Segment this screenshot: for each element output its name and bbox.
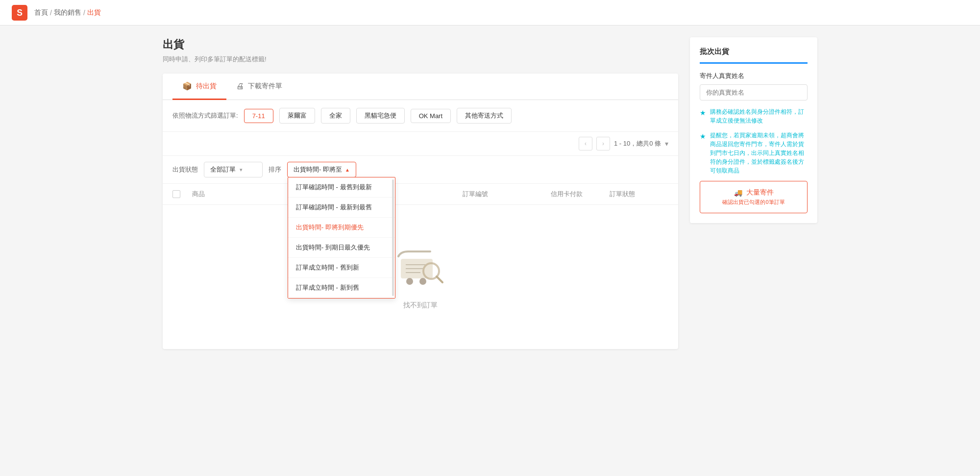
dropdown-scrollbar	[392, 179, 394, 296]
status-dropdown-value: 全部訂單	[210, 165, 236, 174]
filter-other[interactable]: 其他寄送方式	[457, 108, 512, 124]
notice-text-1: 購務必確認姓名與身分證件相符，訂單成立後便無法修改	[710, 107, 808, 125]
shopee-logo: S	[12, 5, 27, 21]
truck-icon: 🚚	[734, 189, 742, 197]
top-nav: S 首頁 / 我的銷售 / 出貨	[0, 0, 980, 25]
pagination-prev[interactable]: ‹	[579, 137, 592, 150]
filter-label: 依照物流方式篩選訂單:	[172, 111, 238, 120]
sender-name-label: 寄件人真實姓名	[700, 72, 808, 80]
main-card: 📦 待出貨 🖨 下載寄件單 依照物流方式篩選訂單: 7-11 萊爾富 全家 黑貓…	[163, 74, 678, 349]
sort-arrow-icon: ▲	[345, 167, 350, 173]
sort-option-confirm-old-new[interactable]: 訂單確認時間 - 最舊到最新	[288, 177, 395, 198]
breadcrumb: 首頁 / 我的銷售 / 出貨	[34, 8, 101, 17]
header-checkbox[interactable]	[172, 190, 180, 198]
breadcrumb-sep-2: /	[83, 9, 85, 17]
bulk-ship-sub: 確認出貨已勾選的0筆訂單	[722, 199, 784, 206]
sidebar: 批次出貨 寄件人真實姓名 ★ 購務必確認姓名與身分證件相符，訂單成立後便無法修改…	[690, 37, 817, 349]
table-toolbar: 出貨狀態 全部訂單 ▾ 排序 出貨時間- 即將至 ▲ 訂單確認時間 - 最舊到最…	[163, 156, 678, 183]
page-title: 出貨	[163, 37, 678, 52]
bulk-ship-main-label: 大量寄件	[746, 188, 774, 197]
tab-download-label: 下載寄件單	[248, 82, 282, 91]
tab-pending-label: 待出貨	[196, 82, 217, 91]
svg-text:S: S	[17, 7, 23, 17]
bulk-ship-button[interactable]: 🚚 大量寄件 確認出貨已勾選的0筆訂單	[700, 181, 808, 213]
empty-illustration	[391, 244, 450, 293]
svg-point-3	[406, 278, 413, 285]
table-header: 商品 訂單編號 信用卡付款 訂單狀態	[163, 183, 678, 205]
notice-text-2: 提醒您，若買家逾期未領，超商會將商品退回您寄件門市，寄件人需於貨到門市七日內，出…	[710, 131, 808, 175]
tab-pending[interactable]: 📦 待出貨	[172, 74, 226, 100]
sidebar-title: 批次出貨	[700, 47, 808, 64]
notice-2: ★ 提醒您，若買家逾期未領，超商會將商品退回您寄件門市，寄件人需於貨到門市七日內…	[700, 131, 808, 175]
sort-option-confirm-new-old[interactable]: 訂單確認時間 - 最新到最舊	[288, 198, 395, 218]
sort-option-create-old-new[interactable]: 訂單成立時間 - 舊到新	[288, 258, 395, 278]
content-area: 出貨 同時申請、列印多筆訂單的配送標籤! 📦 待出貨 🖨 下載寄件單 依照物流方…	[163, 37, 678, 349]
sender-name-input[interactable]	[700, 84, 808, 100]
status-dropdown-arrow: ▾	[240, 167, 243, 173]
pagination-dropdown-arrow[interactable]: ▾	[665, 140, 668, 148]
sort-label: 排序	[269, 165, 281, 174]
header-status: 訂單狀態	[610, 190, 668, 199]
sort-value: 出貨時間- 即將至	[294, 165, 342, 174]
notice-1: ★ 購務必確認姓名與身分證件相符，訂單成立後便無法修改	[700, 107, 808, 125]
download-icon: 🖨	[236, 82, 244, 91]
filter-alldays[interactable]: 全家	[321, 108, 350, 124]
pending-icon: 📦	[182, 81, 192, 91]
notice-star-1: ★	[700, 108, 706, 125]
breadcrumb-sales[interactable]: 我的銷售	[54, 8, 81, 17]
header-payment: 信用卡付款	[551, 190, 610, 199]
tab-download[interactable]: 🖨 下載寄件單	[226, 74, 292, 100]
main-layout: 出貨 同時申請、列印多筆訂單的配送標籤! 📦 待出貨 🖨 下載寄件單 依照物流方…	[147, 25, 833, 361]
pagination-next[interactable]: ›	[596, 137, 610, 150]
empty-text: 找不到訂單	[403, 301, 438, 310]
sidebar-card: 批次出貨 寄件人真實姓名 ★ 購務必確認姓名與身分證件相符，訂單成立後便無法修改…	[690, 37, 817, 223]
breadcrumb-sep-1: /	[50, 9, 52, 17]
sort-option-create-new-old[interactable]: 訂單成立時間 - 新到舊	[288, 278, 395, 298]
svg-point-4	[419, 278, 426, 285]
breadcrumb-current: 出貨	[87, 8, 101, 17]
status-dropdown[interactable]: 全部訂單 ▾	[204, 162, 263, 177]
empty-state: 找不到訂單	[163, 205, 678, 349]
sort-dropdown-menu: 訂單確認時間 - 最舊到最新 訂單確認時間 - 最新到最舊 出貨時間- 即將到期…	[288, 177, 395, 299]
pagination-row: ‹ › 1 - 10，總共0 條 ▾	[163, 132, 678, 156]
tabs: 📦 待出貨 🖨 下載寄件單	[163, 74, 678, 100]
header-checkbox-col	[172, 190, 192, 199]
page-subtitle: 同時申請、列印多筆訂單的配送標籤!	[163, 55, 678, 64]
sort-option-ship-soon[interactable]: 出貨時間- 即將到期優先	[288, 218, 395, 238]
pagination-info: 1 - 10，總共0 條	[614, 139, 661, 148]
filter-familymart[interactable]: 萊爾富	[279, 108, 315, 124]
filter-okmart[interactable]: OK Mart	[411, 109, 451, 123]
bulk-ship-main: 🚚 大量寄件	[734, 188, 774, 197]
sort-option-ship-late[interactable]: 出貨時間- 到期日最久優先	[288, 238, 395, 258]
filter-711[interactable]: 7-11	[244, 109, 273, 123]
header-orderid: 訂單編號	[463, 190, 551, 199]
filter-section: 依照物流方式篩選訂單: 7-11 萊爾富 全家 黑貓宅急便 OK Mart 其他…	[163, 100, 678, 132]
status-filter-label: 出貨狀態	[172, 165, 198, 174]
notice-star-2: ★	[700, 131, 706, 175]
breadcrumb-home[interactable]: 首頁	[34, 8, 48, 17]
svg-line-6	[437, 276, 442, 282]
filter-blackcat[interactable]: 黑貓宅急便	[356, 108, 405, 124]
sort-button[interactable]: 出貨時間- 即將至 ▲ 訂單確認時間 - 最舊到最新 訂單確認時間 - 最新到最…	[287, 162, 356, 177]
